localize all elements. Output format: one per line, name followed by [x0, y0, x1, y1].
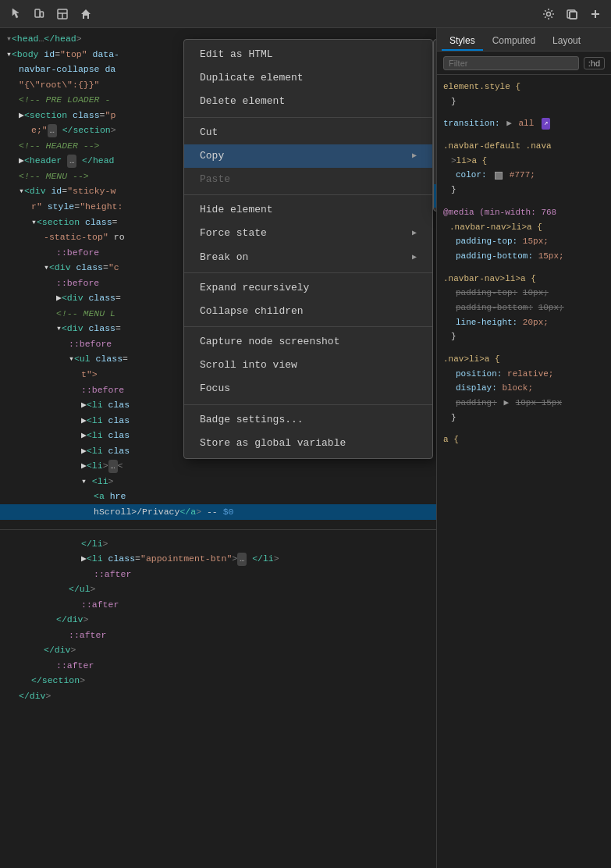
sub-copy-js-path[interactable]: Copy JS path — [434, 114, 436, 137]
css-rule: a { — [443, 432, 605, 447]
pseudo-class-button[interactable]: :hd — [584, 57, 605, 69]
styles-filter-input[interactable] — [443, 56, 579, 70]
css-value: block; — [502, 383, 533, 393]
css-value: #777; — [510, 170, 535, 180]
element-line[interactable]: </div> — [0, 688, 436, 704]
element-line[interactable]: </li> — [0, 536, 436, 552]
css-property: display: — [456, 383, 497, 393]
css-selector[interactable]: element.style { — [443, 82, 520, 91]
ctx-scroll-into-view[interactable]: Scroll into view — [184, 354, 432, 377]
css-selector[interactable]: .nav>li>a { — [443, 354, 500, 364]
devtools-toolbar — [0, 0, 611, 28]
css-rule: .navbar-default .nava >li>a { color: #77… — [443, 139, 605, 197]
tab-layout[interactable]: Layout — [545, 32, 588, 51]
elements-bottom: </li> ▶<li class="appointment-btn">… </l… — [0, 529, 436, 707]
force-state-chevron: ▶ — [412, 228, 417, 239]
css-property: padding-top: — [456, 237, 517, 246]
ctx-paste: Paste — [184, 168, 432, 191]
ctx-focus[interactable]: Focus — [184, 377, 432, 400]
copy-submenu: Copy element Copy outerHTML Copy selecto… — [433, 39, 436, 212]
sub-copy-element[interactable]: Copy element — [434, 43, 436, 66]
tab-computed[interactable]: Computed — [485, 32, 543, 51]
ctx-break-on[interactable]: Break on ▶ — [184, 246, 432, 269]
styles-toolbar: :hd — [437, 52, 611, 75]
css-rule: .navbar-nav>li>a { padding-top: 10px; pa… — [443, 272, 605, 344]
elements-panel: ▾<head…</head> ▾<body id="top" data- nav… — [0, 28, 437, 868]
element-line[interactable]: </div> — [0, 612, 436, 628]
ctx-divider-5 — [184, 404, 432, 405]
ctx-hide-element[interactable]: Hide element — [184, 198, 432, 222]
sub-copy-outerhtml[interactable]: Copy outerHTML — [434, 66, 436, 90]
css-rule: element.style { } — [443, 80, 605, 108]
svg-point-5 — [547, 12, 551, 16]
ctx-divider-2 — [184, 194, 432, 195]
context-menu: Edit as HTML Duplicate element Delete el… — [183, 39, 433, 459]
ctx-expand-recursively[interactable]: Expand recursively — [184, 276, 432, 300]
ctx-divider-3 — [184, 272, 432, 273]
media-query: @media (min-width: 768 — [443, 208, 556, 217]
css-property-strikethrough: padding-top: — [456, 288, 517, 297]
sub-copy-full-xpath[interactable]: Copy full XPath — [434, 184, 436, 208]
css-selector[interactable]: .navbar-default .nava — [443, 141, 552, 151]
element-line[interactable]: </div> — [0, 642, 436, 658]
element-line[interactable]: ::after — [0, 597, 436, 613]
badge-purple: ↗ — [542, 118, 550, 130]
sub-copy-xpath[interactable]: Copy XPath — [434, 161, 436, 184]
element-line[interactable]: ::after — [0, 658, 436, 674]
css-selector[interactable]: .navbar-nav>li>a { — [443, 274, 536, 283]
element-line[interactable]: ▾ <li> — [0, 474, 436, 489]
element-line[interactable]: </ul> — [0, 582, 436, 597]
settings-icon[interactable] — [538, 3, 559, 25]
ctx-duplicate-element[interactable]: Duplicate element — [184, 66, 432, 90]
device-icon[interactable] — [28, 3, 50, 25]
element-line[interactable]: <a hre — [0, 489, 436, 504]
elements-bottom-content: </li> ▶<li class="appointment-btn">… </l… — [0, 533, 436, 707]
color-swatch[interactable] — [495, 172, 503, 180]
ctx-force-state[interactable]: Force state ▶ — [184, 222, 432, 245]
css-selector[interactable]: a { — [443, 435, 459, 444]
ctx-cut[interactable]: Cut — [184, 121, 432, 144]
inspect-icon[interactable] — [5, 3, 27, 25]
tab-styles[interactable]: Styles — [442, 32, 483, 51]
ctx-copy[interactable]: Copy ▶ — [184, 144, 432, 168]
css-value-strikethrough: 10px 15px — [516, 398, 562, 407]
element-line[interactable]: ▶<li>…< — [0, 458, 436, 474]
devtools-shell: ▾<head…</head> ▾<body id="top" data- nav… — [0, 0, 611, 868]
element-line[interactable]: ::after — [0, 628, 436, 643]
css-property: line-height: — [456, 318, 517, 327]
ctx-divider-4 — [184, 326, 432, 327]
ctx-edit-as-html[interactable]: Edit as HTML — [184, 43, 432, 66]
add-icon[interactable] — [584, 3, 606, 25]
css-selector[interactable]: .navbar-nav>li>a { — [449, 222, 542, 232]
ctx-badge-settings[interactable]: Badge settings... — [184, 408, 432, 432]
element-line-selected[interactable]: hScroll>/Privacy</a> -- $0 — [0, 504, 436, 520]
copy-submenu-chevron: ▶ — [412, 151, 417, 162]
element-line[interactable]: ::after — [0, 567, 436, 582]
svg-rect-0 — [35, 9, 40, 17]
css-value: 15px; — [538, 251, 564, 261]
panel-icon[interactable] — [52, 3, 73, 25]
element-line[interactable]: ▶<li class="appointment-btn">… </li> — [0, 551, 436, 567]
elements-content: ▾<head…</head> ▾<body id="top" data- nav… — [0, 28, 436, 523]
css-value-strikethrough: 10px; — [523, 288, 549, 297]
ctx-capture-node-screenshot[interactable]: Capture node screenshot — [184, 330, 432, 354]
ctx-collapse-children[interactable]: Collapse children — [184, 300, 432, 323]
window-icon[interactable] — [561, 3, 583, 25]
svg-rect-1 — [41, 12, 44, 17]
ctx-delete-element[interactable]: Delete element — [184, 90, 432, 113]
css-rule: .nav>li>a { position: relative; display:… — [443, 352, 605, 425]
sub-copy-styles[interactable]: Copy styles — [434, 137, 436, 161]
devtools-main: ▾<head…</head> ▾<body id="top" data- nav… — [0, 28, 611, 868]
element-line[interactable]: </section> — [0, 673, 436, 688]
ctx-store-global-variable[interactable]: Store as global variable — [184, 432, 432, 455]
styles-tabs: Styles Computed Layout — [437, 28, 611, 52]
home-icon[interactable] — [75, 3, 97, 25]
svg-rect-7 — [570, 12, 577, 19]
css-property-strikethrough: padding-bottom: — [456, 303, 533, 312]
css-value: relative; — [507, 369, 553, 379]
css-property-strikethrough: padding: — [456, 398, 497, 407]
css-property: transition: — [443, 119, 500, 128]
styles-panel: Styles Computed Layout :hd element.style… — [437, 28, 611, 868]
sub-copy-selector[interactable]: Copy selector — [434, 90, 436, 113]
css-value: 15px; — [523, 237, 549, 246]
